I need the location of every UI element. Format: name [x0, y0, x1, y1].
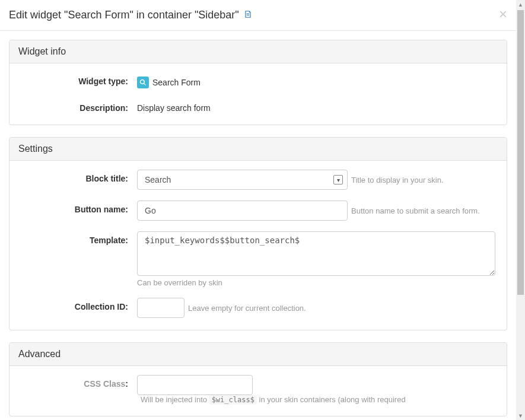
template-help-text: Can be overriden by skin — [137, 278, 498, 287]
description-value: Display search form — [137, 103, 211, 113]
settings-heading: Settings — [9, 138, 507, 161]
autofill-icon[interactable]: ▾ — [333, 175, 343, 184]
block-title-help-text: Title to display in your skin. — [351, 176, 444, 184]
modal-header: Edit widget "Search Form" in container "… — [0, 0, 516, 31]
settings-panel: Settings Block title: ▾ Title to display… — [9, 137, 507, 330]
close-button[interactable]: × — [499, 7, 507, 21]
modal-body: Widget info Widget type: Search Form Des… — [0, 31, 516, 420]
advanced-heading: Advanced — [9, 343, 507, 366]
button-name-help-text: Button name to submit a search form. — [351, 206, 480, 215]
button-name-input[interactable] — [137, 201, 348, 221]
advanced-panel: Advanced CSS Class: Will be injected int… — [9, 342, 507, 416]
block-title-input[interactable] — [137, 170, 348, 190]
block-title-label: Block title: — [18, 170, 137, 183]
collection-id-help-text: Leave empty for current collection. — [188, 304, 306, 313]
widget-type-label: Widget type: — [18, 72, 137, 86]
modal-title: Edit widget "Search Form" in container "… — [9, 9, 239, 21]
search-icon — [137, 77, 149, 88]
manual-link-icon[interactable] — [244, 11, 252, 20]
template-textarea[interactable]: $input_keywords$$button_search$ — [137, 231, 495, 276]
widget-type-value: Search Form — [152, 78, 201, 87]
css-class-label: CSS Class: — [18, 375, 137, 389]
widget-info-panel: Widget info Widget type: Search Form Des… — [9, 40, 507, 125]
widget-info-heading: Widget info — [9, 40, 507, 63]
css-class-input[interactable] — [137, 375, 253, 395]
template-label: Template: — [18, 231, 137, 245]
collection-id-label: Collection ID: — [18, 298, 137, 311]
css-class-help-text: Will be injected into $wi_class$ in your… — [141, 395, 406, 404]
description-label: Description: — [18, 99, 137, 113]
button-name-label: Button name: — [18, 201, 137, 214]
collection-id-input[interactable] — [137, 298, 184, 318]
